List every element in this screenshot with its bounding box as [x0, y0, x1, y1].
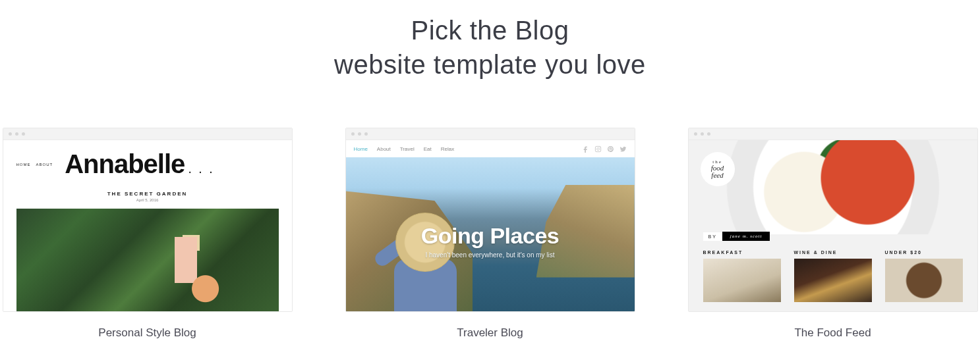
category-label: BREAKFAST — [703, 250, 781, 255]
category-tile: UNDER $20 — [885, 250, 963, 302]
window-dot-icon — [351, 132, 355, 136]
nav-item: Home — [354, 146, 368, 152]
logo-dots-icon: . . . — [188, 165, 214, 175]
template-caption: The Food Feed — [688, 326, 978, 340]
nav-item: ABOUT — [36, 163, 53, 167]
by-label: BY — [703, 232, 722, 241]
category-label: WINE & DINE — [794, 250, 872, 255]
svg-point-1 — [596, 147, 599, 150]
heading-line-1: Pick the Blog — [411, 16, 569, 45]
instagram-icon — [594, 145, 602, 153]
category-thumb — [885, 259, 963, 302]
window-dot-icon — [364, 132, 368, 136]
post-title: THE SECRET GARDEN — [16, 191, 279, 197]
browser-chrome — [689, 128, 977, 140]
template-gallery: HOME ABOUT Annabelle. . . THE SECRET GAR… — [0, 128, 980, 340]
hero-image — [16, 209, 279, 311]
category-row: BREAKFAST WINE & DINE UNDER $20 — [689, 234, 977, 311]
social-icons — [582, 145, 627, 153]
template-nav: HOME ABOUT — [16, 163, 53, 167]
svg-point-2 — [599, 147, 600, 147]
window-dot-icon — [15, 132, 18, 136]
hero-image: Going Places I haven't been everywhere, … — [346, 157, 635, 311]
nav-item: Travel — [400, 146, 415, 152]
window-dot-icon — [701, 132, 704, 136]
nav-item: HOME — [16, 163, 31, 167]
window-dot-icon — [694, 132, 697, 136]
category-tile: WINE & DINE — [794, 250, 872, 302]
page-heading: Pick the Blog website template you love — [0, 13, 980, 82]
nav-links: Home About Travel Eat Relax — [354, 146, 455, 152]
template-viewport: the food feed BY jane m. scott BREAKFAST — [689, 140, 977, 311]
nav-item: Relax — [441, 146, 454, 152]
window-dot-icon — [22, 132, 25, 136]
category-label: UNDER $20 — [885, 250, 963, 255]
template-caption: Traveler Blog — [345, 326, 635, 340]
window-dot-icon — [707, 132, 710, 136]
window-dot-icon — [9, 132, 12, 136]
template-logo: Annabelle. . . — [65, 149, 215, 179]
category-tile: BREAKFAST — [703, 250, 781, 302]
template-preview: HOME ABOUT Annabelle. . . THE SECRET GAR… — [3, 128, 293, 312]
template-caption: Personal Style Blog — [3, 326, 293, 340]
facebook-icon — [582, 145, 589, 153]
category-thumb — [794, 259, 872, 302]
hero-tagline: I haven't been everywhere, but it's on m… — [425, 251, 554, 259]
template-preview: the food feed BY jane m. scott BREAKFAST — [688, 128, 978, 312]
logo-text: Annabelle — [65, 149, 185, 178]
category-thumb — [703, 259, 781, 302]
badge-line: food — [711, 165, 724, 172]
nav-item: Eat — [424, 146, 432, 152]
template-card-personal-style[interactable]: HOME ABOUT Annabelle. . . THE SECRET GAR… — [3, 128, 293, 340]
logo-badge: the food feed — [701, 152, 735, 186]
post-heading: THE SECRET GARDEN April 5, 2016 — [16, 191, 279, 202]
template-header: HOME ABOUT Annabelle. . . — [16, 149, 279, 179]
template-card-food-feed[interactable]: the food feed BY jane m. scott BREAKFAST — [688, 128, 978, 340]
browser-chrome — [3, 128, 292, 140]
template-card-traveler[interactable]: Home About Travel Eat Relax — [345, 128, 635, 340]
template-viewport: Home About Travel Eat Relax — [346, 140, 635, 311]
nav-item: About — [377, 146, 391, 152]
badge-line: feed — [711, 172, 724, 179]
browser-chrome — [346, 128, 635, 140]
hero-image: the food feed BY jane m. scott — [689, 140, 977, 234]
template-viewport: HOME ABOUT Annabelle. . . THE SECRET GAR… — [3, 140, 292, 311]
byline: BY jane m. scott — [703, 232, 770, 241]
window-dot-icon — [358, 132, 361, 136]
twitter-icon — [620, 145, 627, 153]
template-preview: Home About Travel Eat Relax — [345, 128, 635, 312]
heading-line-2: website template you love — [334, 50, 646, 79]
author-name: jane m. scott — [722, 232, 770, 241]
post-date: April 5, 2016 — [16, 198, 279, 202]
person-decor-icon — [369, 206, 475, 311]
pinterest-icon — [607, 145, 614, 153]
template-nav: Home About Travel Eat Relax — [346, 140, 635, 157]
hero-title: Going Places — [421, 223, 559, 249]
